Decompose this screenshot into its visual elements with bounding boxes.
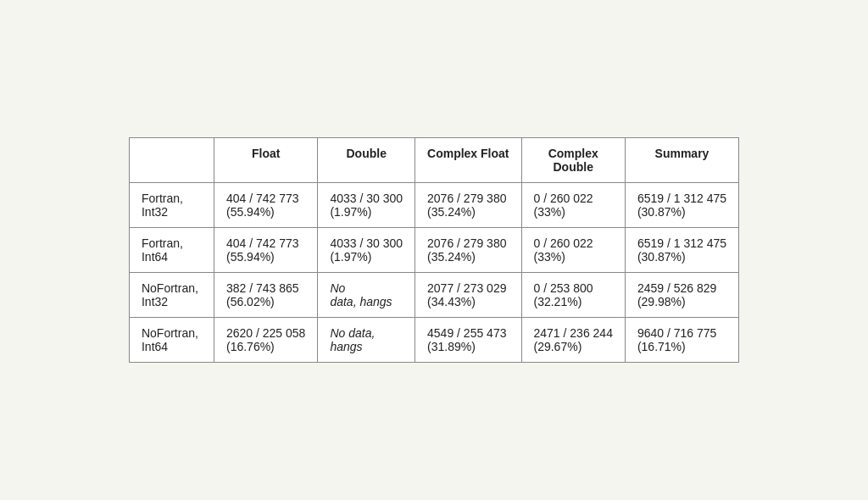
row-label: Fortran,Int32 <box>129 183 214 228</box>
cell-complex_double: 0 / 253 800(32.21%) <box>521 273 625 318</box>
cell-summary: 2459 / 526 829(29.98%) <box>625 273 738 318</box>
row-label: NoFortran,Int32 <box>129 273 214 318</box>
cell-summary: 6519 / 1 312 475(30.87%) <box>625 183 738 228</box>
table-row: NoFortran,Int642620 / 225 058(16.76%)No … <box>129 318 738 363</box>
cell-float: 404 / 742 773(55.94%) <box>214 228 317 273</box>
cell-double: 4033 / 30 300(1.97%) <box>318 228 415 273</box>
cell-complex_double: 0 / 260 022(33%) <box>521 183 625 228</box>
cell-float: 404 / 742 773(55.94%) <box>214 183 317 228</box>
cell-float: 2620 / 225 058(16.76%) <box>214 318 317 363</box>
cell-double: No data,hangs <box>318 318 415 363</box>
header-double: Double <box>318 138 415 183</box>
header-complex-float: Complex Float <box>415 138 521 183</box>
cell-complex_float: 2076 / 279 380(35.24%) <box>415 228 521 273</box>
header-complex-double: ComplexDouble <box>521 138 625 183</box>
table-row: NoFortran,Int32382 / 743 865(56.02%)Noda… <box>129 273 738 318</box>
cell-summary: 6519 / 1 312 475(30.87%) <box>625 228 738 273</box>
table-container: Float Double Complex Float ComplexDouble… <box>112 120 756 380</box>
cell-complex_float: 4549 / 255 473(31.89%) <box>415 318 521 363</box>
cell-complex_double: 2471 / 236 244(29.67%) <box>521 318 625 363</box>
cell-double: Nodata, hangs <box>318 273 415 318</box>
header-float: Float <box>214 138 317 183</box>
cell-complex_double: 0 / 260 022(33%) <box>521 228 625 273</box>
table-row: Fortran,Int32404 / 742 773(55.94%)4033 /… <box>129 183 738 228</box>
header-summary: Summary <box>625 138 738 183</box>
data-table: Float Double Complex Float ComplexDouble… <box>129 137 739 363</box>
header-row: Float Double Complex Float ComplexDouble… <box>129 138 738 183</box>
row-label: Fortran,Int64 <box>129 228 214 273</box>
row-label: NoFortran,Int64 <box>129 318 214 363</box>
cell-complex_float: 2076 / 279 380(35.24%) <box>415 183 521 228</box>
header-empty <box>129 138 214 183</box>
table-row: Fortran,Int64404 / 742 773(55.94%)4033 /… <box>129 228 738 273</box>
cell-float: 382 / 743 865(56.02%) <box>214 273 317 318</box>
cell-double: 4033 / 30 300(1.97%) <box>318 183 415 228</box>
cell-complex_float: 2077 / 273 029(34.43%) <box>415 273 521 318</box>
cell-summary: 9640 / 716 775(16.71%) <box>625 318 738 363</box>
